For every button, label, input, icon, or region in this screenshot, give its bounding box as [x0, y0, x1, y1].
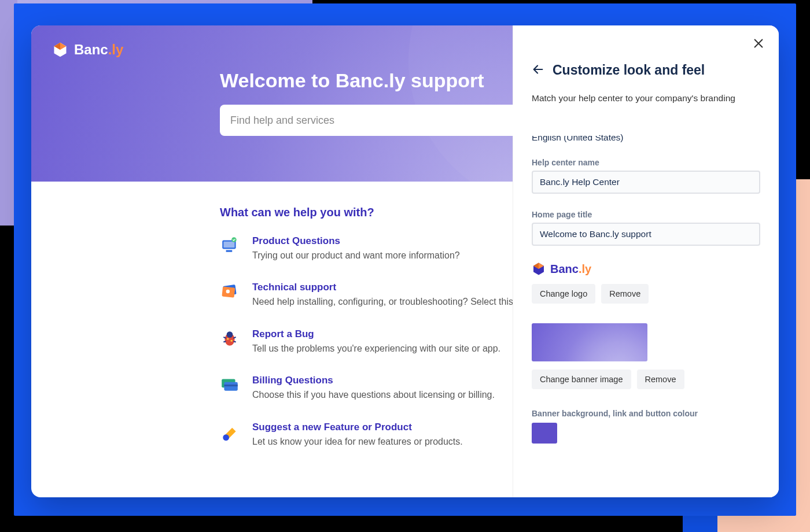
home-page-title-input[interactable] — [532, 223, 760, 246]
svg-point-8 — [227, 331, 233, 338]
help-item-title: Billing Questions — [252, 375, 495, 386]
brand-hexagon-icon — [52, 42, 68, 58]
support-card-icon — [220, 282, 240, 301]
help-item-desc: Trying out our product and want more inf… — [252, 249, 460, 262]
hero-title: Welcome to Banc.ly support — [220, 69, 758, 92]
svg-point-10 — [231, 339, 233, 341]
help-item-title: Report a Bug — [252, 328, 500, 340]
search-placeholder: Find help and services — [230, 114, 334, 127]
help-item-title: Suggest a new Feature or Product — [252, 422, 463, 433]
help-center-name-label: Help center name — [532, 158, 760, 167]
help-item-title: Technical support — [252, 282, 524, 293]
logo-preview-text: Banc.ly — [550, 263, 591, 276]
search-input[interactable]: Find help and services — [220, 105, 602, 136]
change-logo-button[interactable]: Change logo — [532, 284, 595, 304]
svg-rect-13 — [224, 385, 237, 386]
bug-icon — [220, 328, 240, 348]
banner-color-label: Banner background, link and button colou… — [532, 409, 760, 418]
svg-rect-1 — [223, 242, 234, 248]
remove-banner-button[interactable]: Remove — [637, 370, 684, 389]
help-item-title: Product Questions — [252, 235, 460, 247]
home-page-title-label: Home page title — [532, 210, 760, 219]
brand-logo: Banc.ly — [52, 42, 758, 58]
banner-color-swatch[interactable] — [532, 423, 557, 444]
svg-point-6 — [226, 290, 230, 293]
app-window: Banc.ly Welcome to Banc.ly support Find … — [31, 25, 779, 497]
help-item-desc: Let us know your idea for new features o… — [252, 435, 463, 448]
remove-logo-button[interactable]: Remove — [601, 284, 649, 304]
help-center-name-input[interactable] — [532, 171, 760, 194]
brand-name: Banc.ly — [74, 42, 123, 58]
help-item-desc: Choose this if you have questions about … — [252, 389, 495, 401]
svg-point-3 — [231, 237, 237, 242]
banner-preview — [532, 323, 647, 361]
svg-point-9 — [227, 338, 229, 339]
brand-hexagon-icon — [532, 262, 546, 276]
megaphone-icon — [220, 422, 240, 441]
svg-point-14 — [223, 434, 229, 441]
logo-preview: Banc.ly — [532, 262, 760, 276]
svg-rect-2 — [226, 250, 233, 252]
help-item-desc: Need help installing, configuring, or tr… — [252, 295, 524, 308]
credit-card-icon — [220, 375, 240, 394]
change-banner-button[interactable]: Change banner image — [532, 370, 631, 389]
monitor-icon — [220, 235, 240, 255]
help-item-desc: Tell us the problems you're experiencing… — [252, 342, 500, 355]
